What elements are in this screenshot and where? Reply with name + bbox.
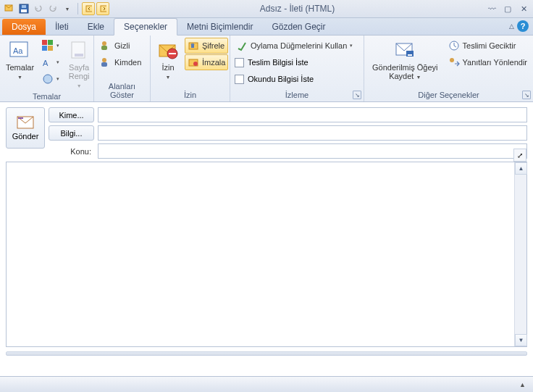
fonts-icon: A [42, 57, 54, 68]
save-sent-label: Gönderilmiş Öğeyi Kaydet [372, 63, 437, 80]
voting-buttons-button[interactable]: Oylama Düğmelerini Kullan ▾ [233, 38, 361, 54]
svg-rect-24 [191, 44, 194, 48]
quick-access-toolbar: ▼ [3, 2, 109, 15]
svg-rect-29 [408, 54, 412, 56]
tab-file[interactable]: Dosya [2, 19, 46, 35]
permission-button[interactable]: İzin▼ [154, 38, 182, 82]
svg-point-18 [102, 58, 106, 62]
svg-text:A: A [43, 59, 49, 67]
send-button[interactable]: Gönder [6, 107, 45, 149]
send-icon [17, 116, 34, 129]
close-button[interactable]: ✕ [517, 4, 530, 14]
sign-label: İmzala [202, 58, 225, 67]
tab-insert[interactable]: Ekle [78, 19, 114, 35]
group-show-fields: Gizli Kimden Alanları Göster [94, 36, 151, 101]
scroll-down-icon[interactable]: ▼ [515, 334, 527, 346]
qat-next-item-icon[interactable] [96, 2, 109, 15]
save-sent-button[interactable]: Gönderilmiş Öğeyi Kaydet ▼ [367, 38, 443, 82]
delivery-receipt-row: Teslim Bilgisi İste [233, 54, 361, 70]
svg-rect-10 [42, 46, 47, 51]
read-receipt-checkbox[interactable] [235, 75, 244, 84]
message-body-wrap: ⤢ ▲ ▼ [6, 162, 527, 347]
bcc-button[interactable]: Gizli [97, 38, 144, 54]
svg-point-31 [450, 58, 454, 62]
from-icon [100, 57, 112, 68]
svg-rect-9 [48, 40, 53, 45]
svg-rect-4 [86, 6, 92, 12]
svg-rect-17 [101, 46, 107, 50]
tab-format-text[interactable]: Metni Biçimlendir [177, 19, 262, 35]
tracking-launcher-icon[interactable]: ↘ [353, 91, 361, 99]
direct-label: Yanıtları Yönlendir [463, 58, 527, 67]
minimize-ribbon-icon[interactable]: △ [509, 22, 514, 30]
from-button[interactable]: Kimden [97, 54, 144, 70]
svg-rect-22 [169, 53, 176, 54]
bcc-label: Gizli [114, 41, 130, 50]
colors-button[interactable]: ▾ [39, 38, 62, 54]
themes-button[interactable]: Aa Temalar▼ [3, 38, 37, 82]
subject-label: Konu: [49, 147, 94, 156]
vertical-scrollbar[interactable]: ▲ ▼ [514, 162, 526, 346]
status-bar: ▲ [0, 376, 533, 392]
window-controls: 〰 ▢ ✕ [485, 4, 530, 14]
svg-rect-5 [101, 6, 106, 12]
send-label: Gönder [12, 132, 39, 141]
sign-button[interactable]: İmzala [185, 54, 228, 70]
to-button[interactable]: Kime... [49, 107, 94, 122]
svg-text:Aa: Aa [13, 46, 23, 55]
people-pane-divider[interactable] [6, 351, 527, 356]
group-more-options-label: Diğer Seçenekler [367, 89, 530, 101]
encrypt-button[interactable]: Şifrele [185, 38, 228, 54]
title-bar: ▼ Adsız - İleti (HTML) 〰 ▢ ✕ [0, 0, 533, 18]
encrypt-label: Şifrele [202, 41, 224, 50]
message-body[interactable] [7, 162, 514, 346]
direct-icon [448, 57, 460, 68]
cc-button[interactable]: Bilgi... [49, 125, 94, 141]
effects-icon [42, 73, 54, 85]
effects-button[interactable]: ▾ [39, 71, 62, 87]
svg-rect-19 [101, 62, 107, 67]
delay-delivery-button[interactable]: Teslimi Geciktir [445, 38, 530, 54]
direct-replies-button[interactable]: Yanıtları Yönlendir [445, 54, 530, 70]
subject-input[interactable] [98, 143, 527, 159]
tab-options[interactable]: Seçenekler [114, 18, 177, 36]
group-more-options: Gönderilmiş Öğeyi Kaydet ▼ Teslimi Gecik… [364, 36, 533, 101]
group-permission-label: İzin [154, 89, 227, 101]
voting-label: Oylama Düğmelerini Kullan [251, 41, 347, 50]
people-pane-toggle-icon[interactable]: ▲ [519, 381, 526, 388]
svg-point-16 [102, 41, 106, 46]
permission-icon [156, 39, 180, 62]
compose-header: Gönder Kime... Bilgi... Konu: [0, 102, 533, 162]
to-input[interactable] [98, 107, 527, 122]
qat-save-icon[interactable] [17, 2, 30, 15]
scroll-up-icon[interactable]: ▲ [515, 162, 527, 175]
qat-undo-icon[interactable] [32, 2, 45, 15]
svg-rect-8 [42, 40, 47, 45]
tab-message[interactable]: İleti [46, 19, 78, 35]
page-color-label: Sayfa Rengi [69, 63, 90, 80]
collapse-header-icon[interactable]: ⤢ [513, 149, 526, 162]
qat-separator [77, 3, 78, 14]
delivery-receipt-checkbox[interactable] [235, 58, 244, 67]
themes-label: Temalar [6, 63, 34, 72]
svg-rect-33 [18, 117, 23, 119]
qat-outlook-icon[interactable] [3, 2, 16, 15]
more-options-launcher-icon[interactable]: ↘ [522, 91, 531, 99]
qat-prev-item-icon[interactable] [82, 2, 95, 15]
qat-dropdown-icon[interactable]: ▼ [61, 2, 74, 15]
group-themes-label: Temalar [3, 91, 91, 103]
tab-review[interactable]: Gözden Geçir [262, 19, 335, 35]
maximize-button[interactable]: ▢ [501, 4, 514, 14]
help-icon[interactable]: ? [517, 20, 529, 32]
svg-point-13 [43, 75, 52, 83]
delay-icon [448, 40, 460, 51]
svg-rect-15 [75, 54, 83, 57]
qat-redo-icon[interactable] [46, 2, 59, 15]
page-color-icon [67, 39, 91, 62]
minimize-button[interactable]: 〰 [485, 4, 498, 14]
svg-rect-2 [21, 9, 27, 12]
fonts-button[interactable]: A▾ [39, 54, 62, 70]
themes-icon: Aa [9, 39, 32, 62]
cc-input[interactable] [98, 125, 527, 141]
page-color-button[interactable]: Sayfa Rengi▼ [64, 38, 93, 91]
